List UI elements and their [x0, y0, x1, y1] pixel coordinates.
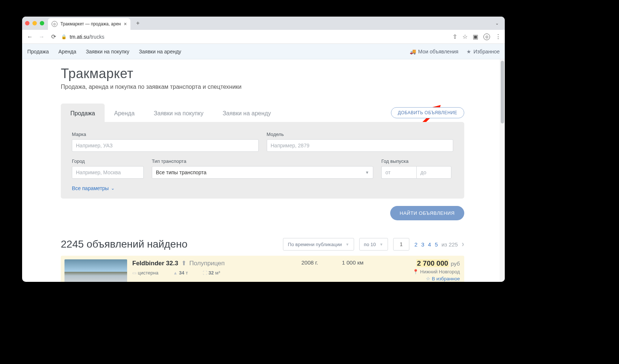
search-tabs: Продажа Аренда Заявки на покупку Заявки … [61, 104, 464, 122]
type-value: Все типы транспорта [156, 169, 206, 175]
type-label: Тип транспорта [152, 158, 373, 164]
page-body: Тракмаркет Продажа, аренда и покупка по … [22, 59, 505, 282]
add-favorite-button[interactable]: ☆ В избранное [426, 276, 460, 281]
year-to-input[interactable] [416, 166, 451, 179]
volume-icon: ⛶ [203, 270, 207, 276]
lock-icon: 🔒 [61, 34, 67, 39]
url-box[interactable]: 🔒 tm.ati.su/trucks [61, 34, 449, 40]
total-pages: из 225 [441, 241, 458, 248]
all-params-label: Все параметры [72, 185, 109, 191]
city-label: Город [72, 158, 144, 164]
chevron-down-icon: ▼ [380, 242, 383, 246]
body-icon: ▭ [132, 270, 136, 276]
perpage-select[interactable]: по 10 ▼ [359, 238, 388, 251]
tab-close-icon[interactable]: × [124, 21, 127, 27]
tab-rent[interactable]: Аренда [105, 104, 144, 122]
listing-title: Feldbinder 32.3 [132, 260, 178, 267]
model-input[interactable] [267, 139, 454, 152]
window-controls[interactable] [25, 21, 44, 25]
all-params-toggle[interactable]: Все параметры ⌄ [72, 185, 453, 191]
filter-panel: Марка Модель Город [61, 122, 464, 199]
nav-forward-icon[interactable]: → [38, 34, 46, 40]
pagination: 2 3 4 5 из 225 › [415, 239, 464, 249]
year-label: Год выпуска [381, 158, 453, 164]
url-host: tm.ati.su [70, 34, 89, 40]
tab-title: Тракмаркет — продажа, арен [60, 21, 121, 27]
tab-buy-req[interactable]: Заявки на покупку [144, 104, 213, 122]
nav-back-icon[interactable]: ← [26, 34, 34, 40]
nav-buy-requests[interactable]: Заявки на покупку [86, 49, 129, 55]
share-icon[interactable]: ⇧ [452, 33, 457, 40]
bookmark-star-icon[interactable]: ☆ [462, 33, 468, 40]
browser-window: ◎ Тракмаркет — продажа, арен × + ⌄ ← → ⟳… [22, 17, 505, 282]
star-outline-icon: ☆ [426, 276, 430, 281]
tabs-overflow-icon[interactable]: ⌄ [495, 21, 502, 26]
listing-mileage: 1 000 км [342, 259, 386, 282]
browser-address-bar: ← → ⟳ 🔒 tm.ati.su/trucks ⇧ ☆ ▣ ◎ ⋮ [22, 30, 505, 44]
page-subtitle: Продажа, аренда и покупка по заявкам тра… [61, 84, 464, 90]
page-title: Тракмаркет [61, 66, 464, 81]
search-button[interactable]: НАЙТИ ОБЪЯВЛЕНИЯ [390, 206, 464, 220]
nav-my-ads[interactable]: 🚚 Мои объявления [410, 49, 458, 55]
browser-tabbar: ◎ Тракмаркет — продажа, арен × + ⌄ [22, 17, 505, 30]
page-link[interactable]: 2 [415, 241, 417, 248]
scrollbar-track[interactable] [500, 59, 505, 282]
weight-icon: ▲ [173, 270, 178, 276]
page-link[interactable]: 5 [435, 241, 438, 248]
listing-price: 2 700 000 руб [416, 259, 460, 267]
page-input[interactable] [393, 238, 409, 251]
sort-select[interactable]: По времени публикации ▼ [283, 238, 354, 251]
close-window-icon[interactable] [25, 21, 29, 25]
pin-icon: 📍 [413, 269, 419, 274]
nav-rent-requests[interactable]: Заявки на аренду [139, 49, 181, 55]
url-path: /trucks [89, 34, 104, 40]
tab-rent-req[interactable]: Заявки на аренду [213, 104, 280, 122]
tab-sale[interactable]: Продажа [61, 104, 105, 122]
brand-label: Марка [72, 132, 259, 137]
listing-location: 📍 Нижний Новгород [413, 269, 460, 274]
nav-favorites-label: Избранное [473, 49, 500, 55]
chevron-down-icon: ▼ [346, 242, 349, 246]
results-header: 2245 объявлений найдено По времени публи… [61, 238, 464, 251]
sidepanel-icon[interactable]: ▣ [473, 33, 478, 40]
city-input[interactable] [72, 166, 144, 179]
minimize-window-icon[interactable] [32, 21, 37, 25]
nav-reload-icon[interactable]: ⟳ [49, 33, 57, 40]
chevron-down-icon: ▼ [365, 170, 369, 175]
page-link[interactable]: 4 [428, 241, 431, 248]
year-from-input[interactable] [381, 166, 416, 179]
type-select[interactable]: Все типы транспорта ▼ [152, 166, 373, 179]
model-label: Модель [267, 132, 454, 137]
add-listing-button[interactable]: ДОБАВИТЬ ОБЪЯВЛЕНИЕ [391, 107, 464, 118]
site-favicon-icon: ◎ [52, 21, 57, 27]
browser-tab[interactable]: ◎ Тракмаркет — продажа, арен × [48, 18, 130, 30]
truck-icon: 🚚 [410, 49, 416, 55]
next-page-icon[interactable]: › [462, 239, 464, 249]
star-icon: ★ [466, 49, 471, 55]
perpage-value: по 10 [364, 242, 376, 247]
listing-category: Полуприцеп [189, 260, 225, 267]
nav-sale[interactable]: Продажа [27, 49, 49, 55]
promote-icon[interactable]: ⬆ [181, 259, 186, 267]
nav-rent[interactable]: Аренда [58, 49, 76, 55]
maximize-window-icon[interactable] [40, 21, 44, 25]
spec-volume: ⛶32 м³ [203, 270, 220, 276]
nav-favorites[interactable]: ★ Избранное [466, 49, 500, 55]
extension-icon[interactable]: ◎ [483, 34, 490, 40]
results-count: 2245 объявлений найдено [61, 238, 188, 250]
new-tab-button[interactable]: + [133, 18, 143, 28]
brand-input[interactable] [72, 139, 259, 152]
chevron-down-icon: ⌄ [111, 186, 115, 191]
nav-my-ads-label: Мои объявления [418, 49, 458, 55]
scrollbar-thumb[interactable] [501, 61, 504, 123]
listing-card[interactable]: Feldbinder 32.3 ⬆ Полуприцеп ▭цистерна ▲… [61, 256, 464, 282]
site-secondary-nav: Продажа Аренда Заявки на покупку Заявки … [22, 44, 505, 59]
page-link[interactable]: 3 [421, 241, 424, 248]
sort-value: По времени публикации [288, 242, 342, 247]
listing-thumbnail [64, 259, 127, 282]
spec-body: ▭цистерна [132, 270, 158, 276]
spec-weight: ▲34 т [173, 270, 188, 276]
listing-year: 2008 г. [301, 259, 342, 282]
browser-menu-icon[interactable]: ⋮ [495, 33, 501, 40]
